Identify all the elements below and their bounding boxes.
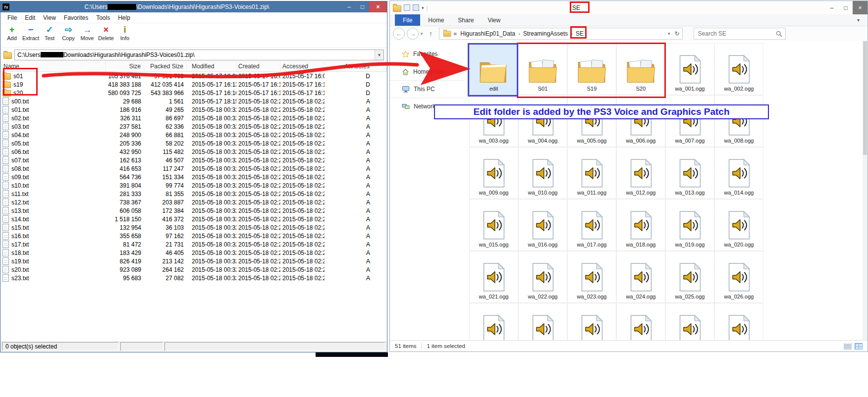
- file-tile[interactable]: [616, 303, 665, 340]
- file-tile[interactable]: wa_017.ogg: [567, 199, 616, 251]
- table-row[interactable]: s02.txt326 31186 6972015-05-18 00:322015…: [0, 114, 387, 122]
- file-tile[interactable]: [714, 303, 763, 340]
- seven-zip-titlebar[interactable]: 7z C:\Users\Downloads\Higurashi\Higurash…: [0, 1, 387, 12]
- ribbon-tab-file[interactable]: File: [395, 14, 420, 26]
- forward-button[interactable]: →: [407, 28, 419, 40]
- file-tile[interactable]: wa_015.ogg: [469, 199, 518, 251]
- toolbar-test-button[interactable]: ✓Test: [40, 25, 59, 41]
- breadcrumb-item-se[interactable]: SE: [574, 30, 585, 37]
- table-row[interactable]: s12.txt738 367203 8872015-05-18 00:32201…: [0, 198, 387, 206]
- maximize-button[interactable]: □: [356, 1, 369, 12]
- breadcrumb[interactable]: « HigurashiEp01_Data›StreamingAssets›SE …: [439, 28, 683, 40]
- table-row[interactable]: s06.txt432 950115 4822015-05-18 00:32201…: [0, 148, 387, 156]
- file-tile[interactable]: [665, 303, 714, 340]
- file-tile[interactable]: wa_013.ogg: [665, 147, 714, 199]
- file-tile[interactable]: wa_007.ogg: [665, 95, 714, 147]
- column-header-created[interactable]: Created: [236, 62, 280, 71]
- table-row[interactable]: s11.txt281 33381 3552015-05-18 00:322015…: [0, 190, 387, 198]
- file-tile[interactable]: wa_016.ogg: [518, 199, 567, 251]
- quick-access-newfolder-icon[interactable]: [413, 4, 419, 11]
- file-tile[interactable]: wa_019.ogg: [665, 199, 714, 251]
- menu-item-tools[interactable]: Tools: [92, 13, 114, 22]
- file-tile[interactable]: wa_024.ogg: [616, 251, 665, 303]
- menu-item-file[interactable]: File: [3, 13, 21, 22]
- ribbon-tab-share[interactable]: Share: [451, 14, 481, 26]
- back-button[interactable]: ←: [393, 28, 405, 40]
- toolbar-add-button[interactable]: +Add: [2, 25, 21, 41]
- table-row[interactable]: s09.txt564 736151 3342015-05-18 00:32201…: [0, 173, 387, 181]
- refresh-icon[interactable]: ↻: [674, 30, 679, 37]
- folder-tile[interactable]: S20: [616, 43, 665, 95]
- ribbon-expand-icon[interactable]: ▾: [857, 14, 860, 26]
- file-tile[interactable]: wa_003.ogg: [469, 95, 518, 147]
- column-header-name[interactable]: Name: [0, 62, 106, 71]
- file-tile[interactable]: wa_018.ogg: [616, 199, 665, 251]
- toolbar-move-button[interactable]: →Move: [78, 25, 97, 41]
- table-row[interactable]: s10.txt391 80499 7742015-05-18 00:322015…: [0, 181, 387, 190]
- toolbar-info-button[interactable]: iInfo: [115, 25, 134, 41]
- file-tile[interactable]: wa_002.ogg: [714, 43, 763, 95]
- column-header-modified[interactable]: Modified: [187, 62, 236, 71]
- address-dropdown-icon[interactable]: ▾: [668, 31, 670, 36]
- file-tile[interactable]: wa_010.ogg: [518, 147, 567, 199]
- folder-tile[interactable]: S19: [567, 43, 616, 95]
- table-row[interactable]: s08.txt416 653117 2472015-05-18 00:32201…: [0, 164, 387, 173]
- vertical-scrollbar[interactable]: [863, 41, 868, 340]
- close-button[interactable]: ×: [853, 1, 868, 14]
- file-tile[interactable]: [567, 303, 616, 340]
- column-header-size[interactable]: Size: [106, 62, 144, 71]
- file-tile[interactable]: [469, 303, 518, 340]
- file-tile[interactable]: wa_026.ogg: [714, 251, 763, 303]
- table-row[interactable]: s14.txt1 518 150416 3722015-05-18 00:322…: [0, 215, 387, 223]
- table-row[interactable]: s19418 383 188412 035 4142015-05-17 16:1…: [0, 80, 387, 89]
- file-tile[interactable]: wa_020.ogg: [714, 199, 763, 251]
- file-tile[interactable]: wa_023.ogg: [567, 251, 616, 303]
- table-row[interactable]: s17.txt81 47221 7312015-05-18 00:322015-…: [0, 240, 387, 248]
- file-tile[interactable]: wa_001.ogg: [665, 43, 714, 95]
- file-tile[interactable]: wa_004.ogg: [518, 95, 567, 147]
- column-header-accessed[interactable]: Accessed: [280, 62, 325, 71]
- breadcrumb-item-streamingassets[interactable]: StreamingAssets: [522, 30, 570, 37]
- toolbar-extract-button[interactable]: −Extract: [21, 25, 40, 41]
- sidebar-item-favorites[interactable]: Favorites: [390, 48, 468, 60]
- folder-tile[interactable]: S01: [518, 43, 567, 95]
- quick-access-properties-icon[interactable]: [404, 4, 410, 11]
- column-header-attributes[interactable]: Attributes: [325, 62, 387, 71]
- file-tile[interactable]: wa_005.ogg: [567, 95, 616, 147]
- breadcrumb-item-higurashiep01_data[interactable]: HigurashiEp01_Data: [459, 30, 517, 37]
- menu-item-favorites[interactable]: Favorites: [60, 13, 92, 22]
- table-row[interactable]: s03.txt237 58162 3362015-05-18 00:322015…: [0, 122, 387, 131]
- folder-tile[interactable]: edit: [469, 43, 518, 95]
- table-row[interactable]: s01.txt186 91649 2652015-05-18 00:322015…: [0, 105, 387, 114]
- column-header-packed-size[interactable]: Packed Size: [144, 62, 187, 71]
- toolbar-copy-button[interactable]: ⇨Copy: [59, 25, 78, 41]
- maximize-button[interactable]: □: [839, 1, 853, 14]
- table-row[interactable]: s07.txt162 61346 5072015-05-18 00:322015…: [0, 156, 387, 164]
- table-row[interactable]: s15.txt132 95436 1032015-05-18 00:322015…: [0, 223, 387, 232]
- file-tile[interactable]: wa_012.ogg: [616, 147, 665, 199]
- large-icons-view-icon[interactable]: [855, 343, 863, 349]
- table-row[interactable]: s23.txt95 68327 0822015-05-18 00:322015-…: [0, 274, 387, 282]
- breadcrumb-overflow-icon[interactable]: «: [454, 30, 457, 37]
- table-row[interactable]: s04.txt248 90066 8812015-05-18 00:322015…: [0, 131, 387, 139]
- sidebar-item-this-pc[interactable]: This PC: [390, 83, 468, 95]
- menu-item-view[interactable]: View: [39, 13, 60, 22]
- table-row[interactable]: s20580 093 725543 383 9662015-05-17 16:1…: [0, 89, 387, 97]
- file-tile[interactable]: wa_008.ogg: [714, 95, 763, 147]
- close-button[interactable]: ×: [369, 1, 387, 12]
- toolbar-delete-button[interactable]: ×Delete: [97, 25, 115, 41]
- up-button[interactable]: ↑: [425, 28, 437, 39]
- file-tile[interactable]: wa_022.ogg: [518, 251, 567, 303]
- search-input[interactable]: [697, 30, 776, 38]
- file-tile[interactable]: wa_021.ogg: [469, 251, 518, 303]
- table-row[interactable]: s00.txt29 6881 5612015-05-17 18:152015-0…: [0, 97, 387, 105]
- table-row[interactable]: s05.txt205 33658 2022015-05-18 00:322015…: [0, 139, 387, 148]
- file-tile[interactable]: [518, 303, 567, 340]
- minimize-button[interactable]: –: [825, 1, 839, 14]
- file-tile[interactable]: wa_009.ogg: [469, 147, 518, 199]
- file-tile[interactable]: wa_006.ogg: [616, 95, 665, 147]
- file-tile[interactable]: wa_014.ogg: [714, 147, 763, 199]
- menu-item-edit[interactable]: Edit: [21, 13, 39, 22]
- sidebar-item-homegroup[interactable]: Homegroup: [390, 66, 468, 78]
- minimize-button[interactable]: –: [342, 1, 356, 12]
